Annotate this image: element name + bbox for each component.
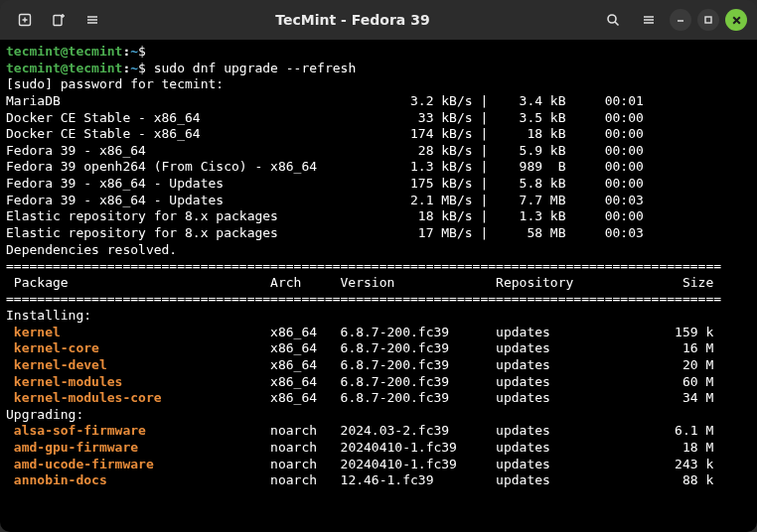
window-title: TecMint - Fedora 39 xyxy=(107,12,598,28)
app-menu-button[interactable] xyxy=(634,5,664,35)
search-button[interactable] xyxy=(598,5,628,35)
minimize-button[interactable] xyxy=(670,9,691,31)
svg-rect-15 xyxy=(705,17,711,23)
close-button[interactable] xyxy=(725,9,747,31)
svg-point-9 xyxy=(608,15,616,23)
maximize-button[interactable] xyxy=(697,9,719,31)
new-window-button[interactable] xyxy=(44,5,74,35)
menu-button[interactable] xyxy=(77,5,107,35)
svg-rect-3 xyxy=(54,16,62,26)
svg-line-10 xyxy=(615,22,619,26)
terminal-output[interactable]: tecmint@tecmint:~$ tecmint@tecmint:~$ su… xyxy=(0,40,757,532)
title-bar: TecMint - Fedora 39 xyxy=(0,0,757,40)
new-tab-button[interactable] xyxy=(10,5,40,35)
